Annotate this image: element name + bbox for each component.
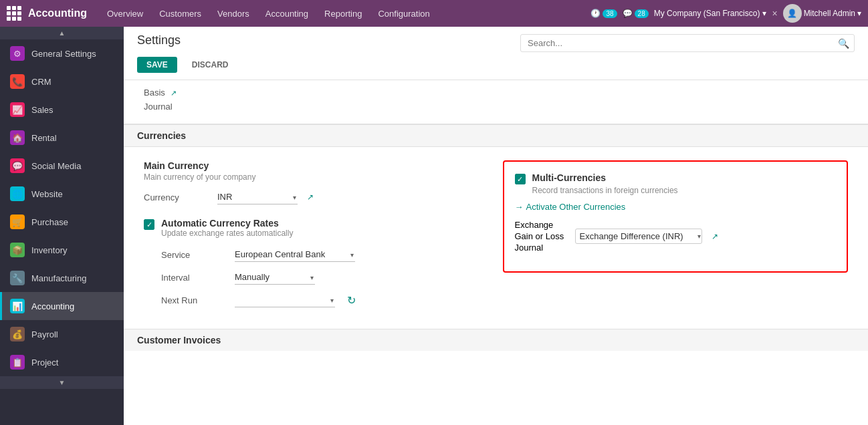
interval-select-wrap: Manually Daily Weekly ▾ (235, 270, 315, 285)
currency-label: Currency (144, 192, 211, 202)
next-run-label: Next Run (161, 295, 228, 305)
multi-currency-checkbox-wrap: Multi-Currencies Record transactions in … (515, 172, 837, 202)
service-select[interactable]: European Central Bank (235, 247, 355, 262)
auto-rates-checkbox[interactable] (144, 219, 154, 230)
settings-header: Settings 🔍 SAVE DISCARD (124, 27, 868, 80)
auto-rates-checkbox-wrap: Automatic Currency Rates Update exchange… (144, 218, 490, 238)
sidebar-label-crm: CRM (31, 77, 51, 87)
navbar-brand: Accounting (28, 7, 87, 19)
exchange-select[interactable]: Exchange Difference (INR) (575, 229, 702, 244)
nav-overview[interactable]: Overview (100, 6, 150, 21)
user-chevron-icon: ▾ (857, 9, 861, 18)
sidebar-label-social: Social Media (31, 161, 81, 171)
company-chevron-icon: ▾ (762, 9, 766, 18)
interval-select[interactable]: Manually Daily Weekly (235, 270, 315, 285)
main-nav: Overview Customers Vendors Accounting Re… (100, 6, 590, 21)
sidebar-label-project: Project (31, 358, 58, 368)
sidebar-item-social-media[interactable]: 💬 Social Media (0, 152, 124, 180)
user-label: Mitchell Admin (804, 9, 855, 18)
page-title: Settings (137, 33, 181, 47)
close-icon[interactable]: × (772, 8, 777, 19)
main-content: Settings 🔍 SAVE DISCARD Basis ↗ Journal (124, 27, 868, 425)
nav-reporting[interactable]: Reporting (318, 6, 368, 21)
save-button[interactable]: SAVE (137, 57, 177, 73)
company-selector[interactable]: My Company (San Francisco) ▾ (654, 9, 767, 18)
sidebar-label-sales: Sales (31, 105, 53, 115)
activity-count: 38 (603, 9, 617, 18)
service-field-row: Service European Central Bank ▾ (161, 247, 490, 262)
message-icon: 💬 (623, 9, 633, 18)
nav-configuration[interactable]: Configuration (371, 6, 436, 21)
activate-currencies-link[interactable]: Activate Other Currencies (515, 202, 837, 212)
apps-icon[interactable] (7, 6, 21, 21)
sidebar-item-crm[interactable]: 📞 CRM (0, 67, 124, 96)
sidebar-item-manufacturing[interactable]: 🔧 Manufacturing (0, 264, 124, 292)
exchange-label: Exchange (515, 220, 568, 230)
sidebar-label-payroll: Payroll (31, 329, 58, 339)
exchange-field-row: Exchange Gain or Loss Journal Exchange D… (515, 220, 837, 253)
auto-rates-title: Automatic Currency Rates (161, 218, 293, 229)
sidebar-item-purchase[interactable]: 🛒 Purchase (0, 208, 124, 236)
sidebar-scroll-up[interactable]: ▲ (0, 27, 124, 39)
accounting-icon: 📊 (10, 299, 25, 313)
currency-ext-link[interactable]: ↗ (307, 192, 314, 202)
gain-loss-label: Gain or Loss (515, 231, 568, 241)
sidebar-label-general-settings: General Settings (31, 49, 96, 59)
auto-rates-desc: Update exchange rates automatically (161, 229, 293, 238)
currencies-section-header: Currencies (124, 124, 868, 147)
avatar: 👤 (783, 4, 802, 23)
sidebar-item-payroll[interactable]: 💰 Payroll (0, 320, 124, 348)
exchange-label-group: Exchange Gain or Loss Journal (515, 220, 568, 253)
multi-currency-col: Multi-Currencies Record transactions in … (503, 160, 849, 273)
multi-currency-title: Multi-Currencies (532, 172, 678, 183)
service-select-wrap: European Central Bank ▾ (235, 247, 355, 262)
general-settings-icon: ⚙ (10, 46, 25, 61)
next-run-select-wrap: ▾ (235, 293, 335, 307)
exchange-ext-link[interactable]: ↗ (712, 232, 718, 241)
nav-accounting[interactable]: Accounting (259, 6, 315, 21)
inventory-icon: 📦 (10, 243, 25, 257)
interval-field-row: Interval Manually Daily Weekly ▾ (161, 270, 490, 285)
discard-button[interactable]: DISCARD (183, 57, 238, 73)
message-count: 28 (635, 9, 649, 18)
sidebar-scroll-down[interactable]: ▼ (0, 376, 124, 389)
sidebar-item-accounting[interactable]: 📊 Accounting (0, 292, 124, 320)
currencies-two-col: Main Currency Main currency of your comp… (144, 160, 848, 315)
auto-rates-info: Automatic Currency Rates Update exchange… (161, 218, 293, 238)
refresh-icon[interactable]: ↻ (347, 294, 356, 307)
sidebar-item-inventory[interactable]: 📦 Inventory (0, 236, 124, 264)
search-button[interactable]: 🔍 (838, 38, 849, 49)
multi-currency-box: Multi-Currencies Record transactions in … (503, 160, 849, 273)
search-input[interactable] (520, 34, 855, 52)
user-menu[interactable]: 👤 Mitchell Admin ▾ (783, 4, 861, 23)
basis-ext-link[interactable]: ↗ (171, 89, 177, 97)
activity-badge[interactable]: 🕐 38 (590, 9, 617, 18)
multi-currency-checkbox[interactable] (515, 174, 526, 184)
sidebar-item-website[interactable]: 🌐 Website (0, 180, 124, 208)
nav-customers[interactable]: Customers (152, 6, 208, 21)
sidebar-item-project[interactable]: 📋 Project (0, 348, 124, 376)
nav-vendors[interactable]: Vendors (211, 6, 256, 21)
auto-rates-fields: Service European Central Bank ▾ (144, 247, 490, 307)
next-run-select[interactable] (235, 293, 335, 307)
partial-row-basis: Basis ↗ (144, 86, 848, 100)
currency-select[interactable]: INR USD EUR (217, 190, 298, 204)
next-run-field-row: Next Run ▾ ↻ (161, 293, 490, 307)
multi-currency-desc: Record transactions in foreign currencie… (532, 186, 678, 195)
sidebar-item-rental[interactable]: 🏠 Rental (0, 124, 124, 152)
purchase-icon: 🛒 (10, 215, 25, 229)
journal-label: Journal (515, 243, 568, 253)
sidebar-label-accounting: Accounting (31, 301, 74, 311)
navbar: Accounting Overview Customers Vendors Ac… (0, 0, 868, 27)
main-currency-col: Main Currency Main currency of your comp… (144, 160, 490, 315)
customer-invoices-header: Customer Invoices (124, 329, 868, 351)
activity-icon: 🕐 (590, 9, 601, 18)
sidebar: ▲ ⚙ General Settings 📞 CRM 📈 Sales 🏠 Ren… (0, 27, 124, 425)
content-area: Basis ↗ Journal Currencies Main Currency (124, 80, 868, 425)
partial-section: Basis ↗ Journal (124, 80, 868, 124)
exchange-select-wrap: Exchange Difference (INR) ▾ (575, 229, 702, 244)
message-badge[interactable]: 💬 28 (623, 9, 649, 18)
sidebar-item-sales[interactable]: 📈 Sales (0, 96, 124, 124)
sales-icon: 📈 (10, 102, 25, 117)
sidebar-item-general-settings[interactable]: ⚙ General Settings (0, 39, 124, 67)
